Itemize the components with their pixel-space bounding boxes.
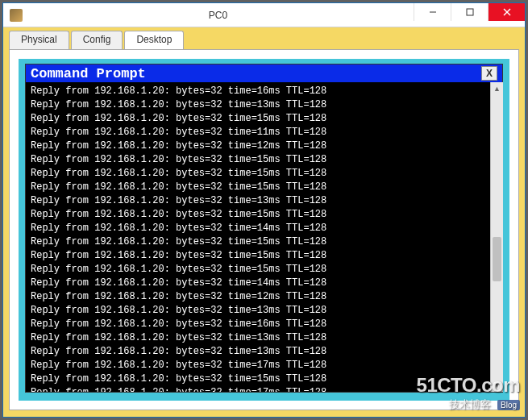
tab-row: Physical Config Desktop (9, 31, 519, 49)
window-controls (414, 3, 525, 27)
tab-config[interactable]: Config (71, 31, 123, 49)
tab-content: Command Prompt X Reply from 192.168.1.20… (9, 49, 519, 410)
command-prompt-output[interactable]: Reply from 192.168.1.20: bytes=32 time=1… (26, 82, 502, 392)
app-window: PC0 Physical Config Desktop Command Prom… (2, 2, 526, 418)
minimize-button[interactable] (414, 3, 451, 21)
desktop-frame: Command Prompt X Reply from 192.168.1.20… (19, 59, 509, 401)
close-icon (503, 8, 511, 16)
tab-desktop[interactable]: Desktop (124, 31, 184, 49)
titlebar[interactable]: PC0 (3, 3, 525, 27)
command-prompt-titlebar[interactable]: Command Prompt X (26, 64, 502, 82)
window-body: Physical Config Desktop Command Prompt X… (3, 27, 525, 417)
maximize-icon (466, 8, 474, 16)
window-title: PC0 (23, 10, 414, 21)
minimize-icon (429, 8, 437, 16)
svg-rect-1 (467, 9, 473, 15)
app-icon (10, 9, 23, 22)
command-prompt-title: Command Prompt (31, 66, 481, 81)
scroll-up-icon[interactable]: ▲ (491, 82, 503, 95)
tab-physical[interactable]: Physical (9, 31, 69, 49)
scrollbar[interactable]: ▲ ▼ (490, 82, 503, 392)
close-button[interactable] (488, 3, 525, 21)
scroll-down-icon[interactable]: ▼ (491, 379, 503, 392)
command-prompt-window: Command Prompt X Reply from 192.168.1.20… (25, 64, 503, 393)
command-prompt-close-button[interactable]: X (481, 66, 497, 81)
scrollbar-thumb[interactable] (493, 237, 501, 281)
maximize-button[interactable] (451, 3, 488, 21)
